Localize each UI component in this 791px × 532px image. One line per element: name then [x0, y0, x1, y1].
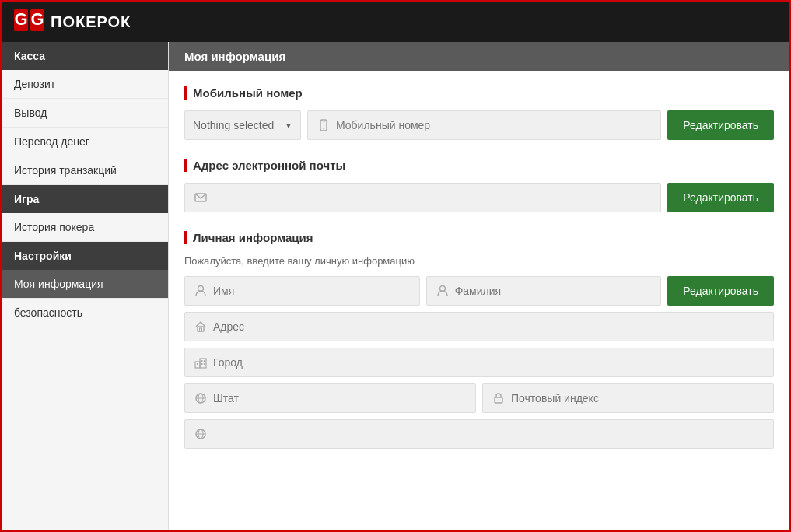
sidebar-item-security[interactable]: безопасность	[2, 299, 168, 327]
svg-rect-21	[204, 363, 205, 365]
svg-rect-17	[197, 363, 198, 365]
app-header: G G ПОКЕРОК	[2, 2, 789, 42]
logo-text: ПОКЕРОК	[51, 13, 131, 31]
personal-edit-button[interactable]: Редактировать	[667, 276, 774, 306]
svg-rect-25	[495, 397, 502, 403]
phone-country-dropdown[interactable]: Nothing selected ▼	[184, 110, 301, 140]
phone-input[interactable]	[336, 119, 651, 131]
phone-section: Мобильный номер Nothing selected ▼	[184, 86, 774, 140]
personal-hint: Пожалуйста, введите вашу личную информац…	[184, 255, 774, 267]
svg-rect-6	[38, 10, 44, 12]
sidebar-item-withdraw[interactable]: Вывод	[2, 99, 168, 128]
gg-logo-svg: G G	[14, 9, 48, 34]
email-edit-button[interactable]: Редактировать	[667, 183, 774, 212]
logo: G G ПОКЕРОК	[14, 9, 131, 34]
lastname-input-wrapper	[426, 276, 662, 306]
sidebar-item-transfer[interactable]: Перевод денег	[2, 128, 168, 156]
sidebar-item-poker-history[interactable]: История покера	[2, 213, 168, 242]
email-section-title: Адрес электронной почты	[184, 159, 774, 172]
content-body: Мобильный номер Nothing selected ▼	[169, 71, 789, 483]
firstname-input[interactable]	[213, 285, 410, 297]
person2-icon	[436, 285, 449, 297]
svg-point-8	[323, 128, 324, 130]
svg-rect-9	[322, 121, 325, 122]
svg-rect-18	[201, 360, 203, 362]
state-input[interactable]	[213, 392, 466, 404]
lock-icon	[492, 392, 505, 404]
city-icon	[194, 356, 207, 369]
address-row	[184, 312, 774, 341]
city-row	[184, 348, 774, 377]
svg-rect-20	[201, 363, 203, 365]
phone-section-title: Мобильный номер	[184, 86, 774, 100]
firstname-input-wrapper	[184, 276, 420, 306]
svg-rect-3	[22, 10, 27, 12]
personal-section-title: Личная информация	[184, 231, 774, 244]
state-input-wrapper	[184, 383, 476, 413]
zip-input[interactable]	[511, 392, 764, 404]
email-icon	[194, 191, 207, 204]
email-input[interactable]	[213, 191, 651, 204]
svg-rect-19	[204, 360, 205, 362]
phone-row: Nothing selected ▼ Редактировать	[184, 110, 774, 140]
country-input-wrapper	[184, 419, 774, 449]
chevron-down-icon: ▼	[285, 121, 292, 130]
person-icon	[194, 285, 207, 297]
address-input[interactable]	[213, 320, 764, 333]
sidebar-section-game: Игра	[2, 185, 168, 213]
email-input-wrapper	[184, 183, 661, 212]
svg-rect-13	[198, 327, 204, 331]
sidebar-item-my-info[interactable]: Моя информация	[2, 270, 168, 299]
sidebar-section-settings: Настройки	[2, 242, 168, 270]
phone-edit-button[interactable]: Редактировать	[667, 110, 774, 140]
sidebar-item-deposit[interactable]: Депозит	[2, 70, 168, 99]
country-input[interactable]	[213, 428, 764, 440]
content-area: Моя информация Мобильный номер Nothing s…	[169, 42, 789, 530]
name-row: Редактировать	[184, 276, 774, 306]
phone-input-wrapper	[307, 110, 661, 140]
sidebar-section-kassa: Касса	[2, 42, 168, 70]
email-row: Редактировать	[184, 183, 774, 212]
email-section: Адрес электронной почты Редактировать	[184, 159, 774, 212]
city-input-wrapper	[184, 348, 774, 377]
personal-section: Личная информация Пожалуйста, введите ва…	[184, 231, 774, 449]
content-header: Моя информация	[169, 42, 789, 71]
state-zip-row	[184, 383, 774, 413]
globe-icon	[194, 392, 207, 404]
svg-rect-16	[200, 359, 206, 368]
country-row	[184, 419, 774, 449]
city-input[interactable]	[213, 356, 764, 369]
address-input-wrapper	[184, 312, 774, 341]
dropdown-value: Nothing selected	[193, 119, 274, 131]
lastname-input[interactable]	[455, 285, 652, 297]
zip-input-wrapper	[482, 383, 774, 413]
sidebar: Касса Депозит Вывод Перевод денег Истори…	[2, 42, 169, 530]
sidebar-item-history[interactable]: История транзакций	[2, 156, 168, 185]
home-icon	[194, 320, 207, 333]
phone-icon	[317, 119, 330, 131]
country-globe-icon	[194, 428, 207, 440]
